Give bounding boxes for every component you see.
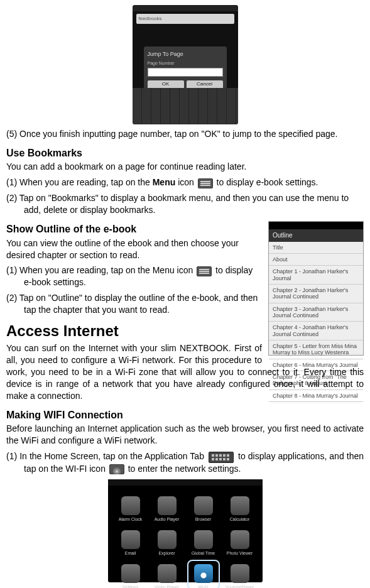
bookmarks-step-1: (1) When you are reading, tap on the Men…	[6, 177, 364, 188]
use-bookmarks-intro: You can add a bookmark on a page for con…	[6, 161, 364, 173]
applications-screenshot: Alarm Clock Audio Player Browser Calcula…	[108, 479, 263, 582]
outline-item[interactable]: Chapter 3 - Jonathan Harker's Journal Co…	[269, 303, 363, 322]
outline-screenshot: Outline Title About Chapter 1 - Jonathan…	[268, 221, 364, 356]
outline-item[interactable]: Title	[269, 242, 363, 254]
making-wifi-heading: Making WIFI Connection	[6, 408, 364, 422]
jump-to-page-dialog: Jump To Page Page Number OK Cancel	[144, 46, 227, 93]
app-global-time[interactable]: Global Time	[187, 526, 220, 556]
app-calculator[interactable]: Calculator	[224, 492, 256, 522]
use-bookmarks-heading: Use Bookmarks	[6, 146, 364, 160]
wifi-icon	[109, 464, 124, 474]
bookmarks-step-2: (2) Tap on "Bookmarks" to display a book…	[6, 192, 364, 216]
making-wifi-intro: Before launching an Internet application…	[6, 423, 364, 447]
dialog-field-label: Page Number	[148, 60, 223, 66]
menu-icon	[197, 266, 212, 276]
app-youtube-player[interactable]: YoutubePlayer	[224, 560, 256, 588]
outline-item[interactable]: About	[269, 254, 363, 266]
app-video-player[interactable]: Video Player	[151, 560, 183, 588]
outline-panel-header: Outline	[269, 229, 363, 242]
app-alarm-clock[interactable]: Alarm Clock	[114, 492, 147, 522]
app-settings[interactable]: Settings	[114, 560, 147, 588]
app-explorer[interactable]: Explorer	[151, 526, 183, 556]
page-number-input[interactable]	[148, 68, 223, 77]
outline-item[interactable]: Chapter 5 - Letter from Miss Mina Murray…	[269, 340, 363, 359]
app-photo-viewer[interactable]: Photo Viewer	[224, 526, 256, 556]
outline-item[interactable]: Chapter 4 - Jonathan Harker's Journal Co…	[269, 322, 363, 340]
wifi-step-1: (1) In the Home Screen, tap on the Appli…	[6, 450, 364, 474]
dialog-title: Jump To Page	[148, 50, 223, 58]
app-wifi[interactable]: Wi-Fi	[187, 560, 220, 588]
step-5-text: (5) Once you finish inputting page numbe…	[6, 128, 364, 140]
application-tab-icon	[209, 452, 234, 463]
app-email[interactable]: Email	[114, 526, 147, 556]
outline-item[interactable]: Chapter 8 - Mina Murray's Journal	[269, 390, 363, 402]
on-screen-keyboard[interactable]	[133, 88, 238, 124]
app-browser[interactable]: Browser	[187, 492, 220, 522]
jump-to-page-screenshot: feedbooks Jump To Page Page Number OK Ca…	[133, 5, 238, 124]
reader-toolbar: feedbooks	[136, 14, 234, 24]
app-audio-player[interactable]: Audio Player	[151, 492, 183, 522]
outline-item[interactable]: Chapter 2 - Jonathan Harker's Journal Co…	[269, 285, 363, 303]
menu-icon	[198, 178, 213, 188]
outline-item[interactable]: Chapter 1 - Jonathan Harker's Journal	[269, 266, 363, 285]
